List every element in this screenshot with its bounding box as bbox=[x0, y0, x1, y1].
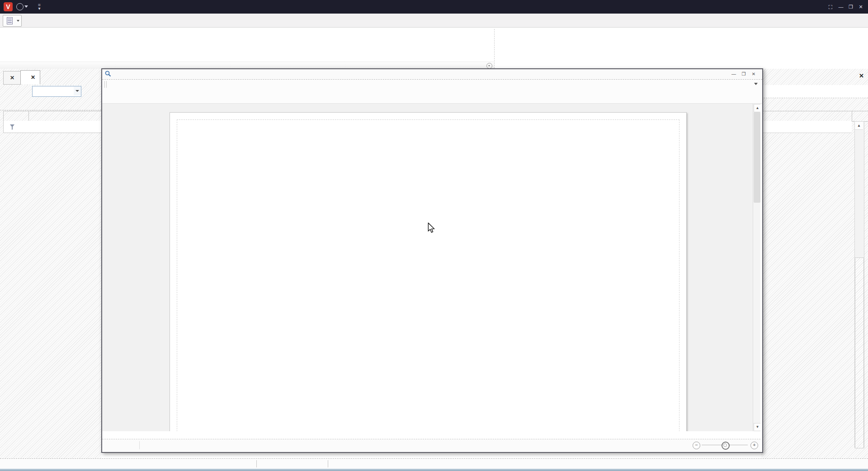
app-statusbar bbox=[0, 458, 868, 469]
close-icon[interactable]: ✕ bbox=[857, 3, 864, 10]
combo-dropdown-icon[interactable] bbox=[74, 86, 81, 95]
maximize-icon[interactable]: ❐ bbox=[847, 3, 854, 10]
preview-window: — ❐ ✕ bbox=[101, 68, 763, 453]
date-filter-row bbox=[0, 85, 101, 98]
preview-vertical-scrollbar[interactable]: ▲ ▼ bbox=[753, 104, 760, 431]
preview-close-icon[interactable]: ✕ bbox=[750, 71, 758, 77]
zoom-in-button[interactable]: + bbox=[750, 442, 758, 449]
preview-menubar bbox=[102, 80, 762, 89]
filter-row-fragment bbox=[761, 85, 868, 98]
grid-corner-cell bbox=[4, 111, 29, 121]
column-header-ghi-chu[interactable] bbox=[761, 111, 868, 122]
fullscreen-icon[interactable] bbox=[826, 3, 835, 11]
right-grid-fragment: ✕ ▲ bbox=[761, 69, 868, 459]
filter-funnel-icon[interactable] bbox=[10, 124, 14, 132]
scroll-up-icon[interactable]: ▲ bbox=[855, 122, 863, 130]
scroll-down-icon[interactable]: ▼ bbox=[754, 423, 760, 431]
preview-maximize-icon[interactable]: ❐ bbox=[740, 71, 748, 77]
preview-minimize-icon[interactable]: — bbox=[730, 71, 738, 77]
tab-tong-hop-noi-dung-thu-chi[interactable]: ✕ bbox=[20, 70, 40, 84]
preview-magnifier-icon bbox=[105, 71, 111, 79]
report-form-panel bbox=[0, 85, 101, 459]
zoom-slider-knob[interactable] bbox=[722, 442, 730, 450]
scrollbar-thumb[interactable] bbox=[754, 112, 760, 203]
from-date-combobox[interactable] bbox=[32, 86, 81, 97]
grid-header-row[interactable] bbox=[3, 111, 101, 122]
zoom-out-button[interactable]: − bbox=[693, 442, 700, 449]
preview-toolbar bbox=[102, 89, 762, 104]
menu-background[interactable] bbox=[147, 81, 153, 82]
application-window: V =▾ — ❐ ✕ ✕ ✕ bbox=[0, 0, 868, 471]
preview-statusbar: − + bbox=[102, 439, 760, 452]
page-icon bbox=[7, 17, 13, 24]
page-margin-guides bbox=[177, 119, 679, 431]
ribbon bbox=[0, 28, 868, 62]
minimize-icon[interactable]: — bbox=[837, 3, 844, 10]
app-menu-button[interactable] bbox=[3, 15, 22, 27]
window-title bbox=[0, 0, 868, 14]
menu-file[interactable] bbox=[111, 81, 117, 82]
panel-close-icon[interactable]: ✕ bbox=[859, 72, 864, 79]
scroll-up-icon[interactable]: ▲ bbox=[754, 104, 760, 112]
menubar-overflow-icon[interactable] bbox=[754, 83, 758, 85]
titlebar: V =▾ — ❐ ✕ bbox=[0, 0, 868, 14]
window-bottom-edge bbox=[0, 469, 868, 471]
grid-filter-row[interactable] bbox=[3, 121, 101, 133]
ribbon-tab-row bbox=[0, 14, 868, 28]
tab-list-close-button[interactable]: ✕ bbox=[3, 71, 21, 85]
divider bbox=[0, 110, 101, 110]
menu-view[interactable] bbox=[128, 81, 134, 82]
preview-canvas[interactable]: ▲ ▼ ◀ ▶ bbox=[102, 104, 760, 431]
grid-filter-cell[interactable] bbox=[761, 121, 852, 133]
scrollbar-thumb[interactable] bbox=[855, 257, 864, 448]
tab-close-icon[interactable]: ✕ bbox=[31, 74, 35, 81]
report-page bbox=[170, 112, 687, 431]
mouse-cursor bbox=[428, 223, 435, 235]
vertical-scrollbar[interactable]: ▲ bbox=[854, 121, 864, 448]
preview-titlebar[interactable]: — ❐ ✕ bbox=[102, 69, 762, 80]
